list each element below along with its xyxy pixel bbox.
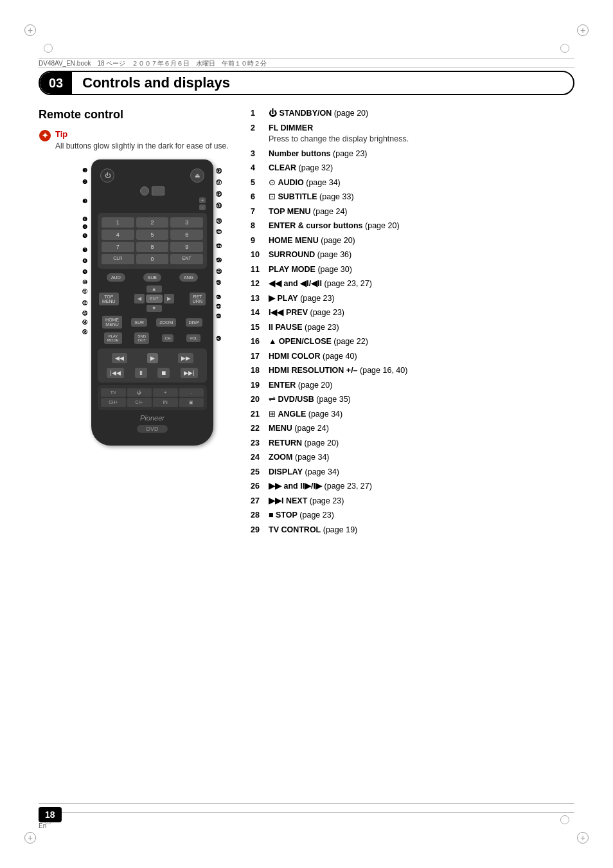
list-item-4: 4 CLEAR (page 32) <box>251 163 574 174</box>
list-item-28: 28 ■ STOP (page 23) <box>251 510 574 521</box>
power-button[interactable]: ⏻ <box>100 168 114 183</box>
fl-dimmer-btn[interactable] <box>140 186 149 195</box>
list-item-1: 1 ⏻ STANDBY/ON (page 20) <box>251 108 574 120</box>
num-5[interactable]: 5 <box>136 230 169 240</box>
nav-down-btn[interactable]: ▼ <box>147 305 162 312</box>
enter-btn-num[interactable]: ENT <box>170 254 203 264</box>
rlabel-24: ㉔ <box>216 257 222 264</box>
list-item-3: 3 Number buttons (page 23) <box>251 149 574 160</box>
num-6[interactable]: 6 <box>170 230 203 240</box>
subtitle-btn[interactable]: SUB <box>143 273 161 282</box>
label-1: ❶ <box>82 167 87 174</box>
page-lang: En <box>39 822 62 829</box>
surround-btn[interactable]: SUR <box>131 318 147 327</box>
playmode-row: PLAYMODE SNDOUT CH VOL <box>96 330 208 346</box>
label-10: ⑩ <box>82 279 87 285</box>
number-grid: 1 2 3 4 5 6 7 8 9 CLR 0 <box>100 216 204 266</box>
nav-cluster: ▲ ◀ ENT ▶ ▼ <box>134 285 174 312</box>
reg-mark-br <box>577 832 589 844</box>
reg-mark-tr <box>577 24 589 36</box>
number-pad-section: 1 2 3 4 5 6 7 8 9 CLR 0 <box>98 213 207 269</box>
list-item-12: 12 ◀◀ and ◀I/◀II (page 23, 27) <box>251 278 574 290</box>
home-surround-row: HOMEMENU SUR ZOOM DISP <box>96 314 208 330</box>
num-7[interactable]: 7 <box>102 242 134 252</box>
rlabel-19: ⑲ <box>216 202 222 210</box>
section-title: Remote control <box>39 108 238 122</box>
svg-text:✦: ✦ <box>42 131 48 140</box>
volume-btn[interactable]: VOL <box>186 334 200 342</box>
list-item-17: 17 HDMI COLOR (page 40) <box>251 351 574 363</box>
rlabel-26: ㉖ <box>216 294 221 300</box>
audio-btn[interactable]: AUD <box>107 273 125 282</box>
home-menu-btn[interactable]: HOMEMENU <box>102 316 122 329</box>
crosshair-tr <box>560 44 569 53</box>
tv-btn-4[interactable]: - <box>179 388 204 397</box>
list-item-20: 20 ⇌ DVD/USB (page 35) <box>251 394 574 406</box>
items-list: 1 ⏻ STANDBY/ON (page 20) 2 FL DIMMER Pre… <box>251 108 574 536</box>
play-btn[interactable]: ▶ <box>147 353 158 363</box>
rlabel-20: ⑳ <box>216 217 222 226</box>
display-btn[interactable]: DISP <box>186 318 202 327</box>
return-btn[interactable]: RETURN <box>190 293 206 305</box>
tv-control-grid: TV ⏻ + - CH+ CH- IN ▣ <box>101 388 204 407</box>
hdmi-res-area: + - <box>96 197 208 210</box>
tv-btn-3[interactable]: + <box>153 388 178 397</box>
list-item-10: 10 SURROUND (page 36) <box>251 249 574 261</box>
fastforward-btn[interactable]: ▶▶ <box>178 353 193 363</box>
hdmi-res-minus-btn[interactable]: - <box>199 204 206 210</box>
prev-btn[interactable]: |◀◀ <box>107 368 123 378</box>
main-content: Remote control ✦ Tip All buttons glow sl… <box>39 108 574 539</box>
label-2: ❷ <box>82 179 87 185</box>
hdmi-color-btn[interactable] <box>152 186 164 195</box>
nav-up-btn[interactable]: ▲ <box>147 285 162 293</box>
num-0[interactable]: 0 <box>136 254 169 264</box>
sound-output-btn[interactable]: SNDOUT <box>134 332 149 344</box>
tv-btn-1[interactable]: TV <box>101 388 126 397</box>
tip-box: ✦ Tip All buttons glow slightly in the d… <box>39 129 238 150</box>
stop-btn[interactable]: ⏹ <box>157 368 170 378</box>
clear-btn[interactable]: CLR <box>102 254 134 264</box>
top-menu-btn[interactable]: TOPMENU <box>99 293 119 305</box>
rlabel-22: ㉒ <box>216 243 222 249</box>
eject-button[interactable]: ⏏ <box>190 168 204 183</box>
num-9[interactable]: 9 <box>170 242 203 252</box>
list-item-7: 7 TOP MENU (page 24) <box>251 206 574 218</box>
tv-btn-2[interactable]: ⏻ <box>127 388 152 397</box>
nav-left-btn[interactable]: ◀ <box>134 294 145 303</box>
tv-btn-6[interactable]: CH- <box>127 398 152 407</box>
header-rule-top <box>39 58 574 59</box>
label-11: ⑪ <box>82 288 87 295</box>
rewind-btn[interactable]: ◀◀ <box>112 353 127 363</box>
right-column: 1 ⏻ STANDBY/ON (page 20) 2 FL DIMMER Pre… <box>251 108 574 539</box>
audio-subtitle-row: AUD SUB ANG <box>96 271 208 284</box>
num-2[interactable]: 2 <box>136 217 169 228</box>
list-item-5: 5 ⊙ AUDIO (page 34) <box>251 177 574 189</box>
pause-btn[interactable]: ⏸ <box>135 368 147 378</box>
crosshair-br <box>560 815 569 824</box>
nav-right-btn[interactable]: ▶ <box>164 294 174 303</box>
num-1[interactable]: 1 <box>102 217 134 228</box>
list-item-13: 13 ▶ PLAY (page 23) <box>251 293 574 305</box>
playback-row-1: ◀◀ ▶ ▶▶ <box>100 352 204 365</box>
num-8[interactable]: 8 <box>136 242 169 252</box>
num-3[interactable]: 3 <box>170 217 203 228</box>
tv-btn-7[interactable]: IN <box>153 398 178 407</box>
header-rule-bottom <box>39 67 574 68</box>
channel-btn[interactable]: CH <box>162 334 174 342</box>
remote-left-labels: ❶ ❷ ❸ ❹ ❺ ❻ ❼ ❽ ❾ ⑩ ⑪ ⑫ ⑬ ⑭ ⑮ <box>63 159 89 446</box>
tv-btn-8[interactable]: ▣ <box>179 398 204 407</box>
tv-btn-5[interactable]: CH+ <box>101 398 126 407</box>
playmode-btn[interactable]: PLAYMODE <box>104 332 122 344</box>
hdmi-res-btn[interactable]: + <box>199 197 206 203</box>
fl-dimmer-area <box>96 186 208 195</box>
page-footer: 18 En <box>39 807 62 829</box>
next-btn[interactable]: ▶▶| <box>181 368 197 378</box>
zoom-btn[interactable]: ZOOM <box>156 318 176 327</box>
nav-enter-center[interactable]: ENT <box>146 294 163 303</box>
angle-btn[interactable]: ANG <box>179 273 198 282</box>
num-4[interactable]: 4 <box>102 230 134 240</box>
menu-nav-area: TOPMENU ▲ ◀ ENT ▶ ▼ RETURN <box>96 284 208 314</box>
footer-rule-top <box>39 803 574 804</box>
left-column: Remote control ✦ Tip All buttons glow sl… <box>39 108 238 539</box>
rlabel-21: ㉑ <box>216 229 222 235</box>
